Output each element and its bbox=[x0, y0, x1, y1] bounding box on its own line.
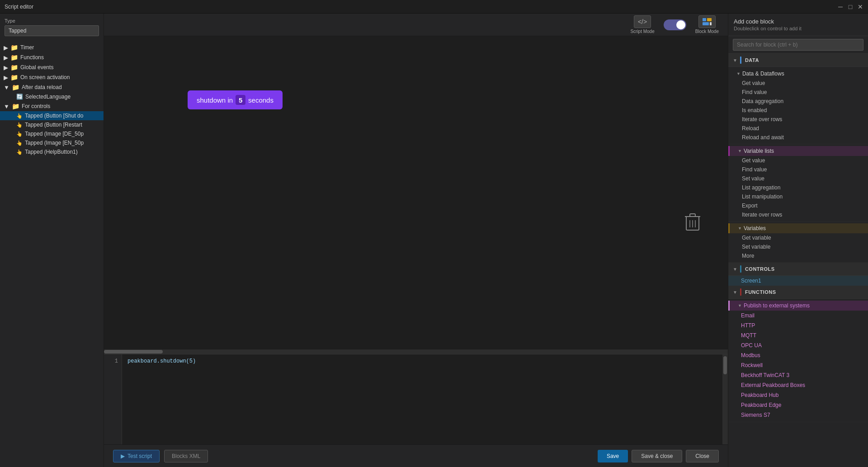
iterate-over-rows-item-vl[interactable]: Iterate over rows bbox=[728, 210, 868, 219]
reload-await-item[interactable]: Reload and await bbox=[728, 133, 868, 142]
close-button[interactable]: ✕ bbox=[857, 4, 863, 10]
type-section: Type bbox=[0, 18, 104, 41]
email-item[interactable]: Email bbox=[728, 311, 868, 321]
blocks-xml-button[interactable]: Blocks XML bbox=[164, 450, 208, 462]
tree-item-timer[interactable]: ▶ 📁 Timer bbox=[0, 42, 104, 52]
bottom-left-actions: ▶ Test script Blocks XML bbox=[113, 450, 208, 462]
rockwell-item[interactable]: Rockwell bbox=[728, 360, 868, 370]
after-data-label: After data reload bbox=[22, 84, 62, 90]
mode-toggle[interactable] bbox=[664, 19, 686, 30]
screen1-item[interactable]: Screen1 bbox=[728, 276, 868, 286]
get-value-item-data[interactable]: Get value bbox=[728, 79, 868, 88]
data-section-label: DATA bbox=[745, 57, 759, 63]
tree-item-after-data-reload[interactable]: ▼ 📁 After data reload bbox=[0, 82, 104, 92]
publish-external-label: Publish to external systems bbox=[744, 302, 810, 309]
modbus-item[interactable]: Modbus bbox=[728, 350, 868, 360]
reload-icon: 🔄 bbox=[16, 94, 23, 100]
data-dataflows-header[interactable]: ▼ Data & Dataflows bbox=[728, 69, 868, 79]
more-item[interactable]: More bbox=[728, 251, 868, 260]
tapped-help-label: Tapped (HelpButton1) bbox=[25, 149, 78, 155]
siemens-s7-item[interactable]: Siemens S7 bbox=[728, 410, 868, 420]
code-content[interactable]: peakboard.shutdown(5) bbox=[122, 354, 722, 444]
variable-lists-expand-icon: ▼ bbox=[738, 149, 742, 153]
maximize-button[interactable]: □ bbox=[847, 4, 854, 10]
controls-section-header[interactable]: ▼ CONTROLS bbox=[728, 263, 868, 276]
right-panel: Add code block Doubleclick on control to… bbox=[728, 14, 868, 467]
add-code-subtitle: Doubleclick on control to add it bbox=[734, 26, 863, 31]
data-section-header[interactable]: ▼ DATA bbox=[728, 54, 868, 67]
tree-item-for-controls[interactable]: ▼ 📁 For controls bbox=[0, 101, 104, 111]
list-manipulation-item[interactable]: List manipulation bbox=[728, 192, 868, 201]
tree-item-tapped-button-restart[interactable]: 👆 Tapped (Button [Restart bbox=[0, 120, 104, 129]
test-script-button[interactable]: ▶ Test script bbox=[113, 450, 160, 462]
tree-item-on-screen-activation[interactable]: ▶ 📁 On screen activation bbox=[0, 72, 104, 82]
scrollbar-v-thumb[interactable] bbox=[723, 356, 727, 374]
tapped-icon-5: 👆 bbox=[16, 149, 23, 155]
search-input[interactable] bbox=[733, 39, 863, 51]
find-value-item-vl[interactable]: Find value bbox=[728, 165, 868, 174]
tree-item-selected-language[interactable]: 🔄 SelectedLanguage bbox=[0, 92, 104, 101]
tree-item-tapped-button-shut[interactable]: 👆 Tapped (Button [Shut do bbox=[0, 111, 104, 120]
mqtt-item[interactable]: MQTT bbox=[728, 330, 868, 340]
search-block bbox=[728, 36, 868, 54]
save-close-button[interactable]: Save & close bbox=[632, 450, 682, 462]
set-variable-item[interactable]: Set variable bbox=[728, 242, 868, 251]
tapped-icon-2: 👆 bbox=[16, 122, 23, 128]
delete-block-button[interactable] bbox=[684, 212, 701, 232]
scrollbar-h-thumb[interactable] bbox=[104, 350, 163, 354]
block-mode-button[interactable]: Block Mode bbox=[695, 15, 719, 34]
external-peakboard-item[interactable]: External Peakboard Boxes bbox=[728, 380, 868, 390]
variable-lists-header[interactable]: ▼ Variable lists bbox=[728, 146, 868, 156]
data-dataflows-label: Data & Dataflows bbox=[742, 71, 784, 77]
folder-icon-screen: ▶ bbox=[4, 74, 8, 81]
type-input[interactable] bbox=[5, 25, 99, 36]
shutdown-block[interactable]: shutdown in 5 seconds bbox=[188, 90, 283, 109]
controls-accent-bar bbox=[740, 265, 741, 273]
functions-section-header[interactable]: ▼ FUNCTIONS bbox=[728, 286, 868, 299]
controls-expand-icon: ▼ bbox=[733, 267, 737, 272]
list-aggregation-item[interactable]: List aggregation bbox=[728, 183, 868, 192]
tree-item-tapped-help[interactable]: 👆 Tapped (HelpButton1) bbox=[0, 147, 104, 156]
export-item[interactable]: Export bbox=[728, 201, 868, 210]
horizontal-scrollbar[interactable] bbox=[104, 349, 728, 354]
tree-item-functions[interactable]: ▶ 📁 Functions bbox=[0, 52, 104, 62]
publish-external-header[interactable]: ▼ Publish to external systems bbox=[728, 301, 868, 311]
toggle-knob bbox=[676, 20, 685, 29]
data-aggregation-item[interactable]: Data aggregation bbox=[728, 97, 868, 106]
bottom-bar: ▶ Test script Blocks XML Save Save & clo… bbox=[104, 444, 728, 467]
tapped-button-restart-label: Tapped (Button [Restart bbox=[25, 122, 82, 128]
vertical-scrollbar[interactable] bbox=[722, 354, 728, 444]
script-mode-button[interactable]: </> Script Mode bbox=[630, 15, 654, 34]
get-variable-item[interactable]: Get variable bbox=[728, 233, 868, 242]
folder-icon-functions: ▶ bbox=[4, 54, 8, 61]
tree-item-global-events[interactable]: ▶ 📁 Global events bbox=[0, 62, 104, 72]
http-item[interactable]: HTTP bbox=[728, 321, 868, 330]
iterate-over-rows-item-data[interactable]: Iterate over rows bbox=[728, 115, 868, 124]
close-label: Close bbox=[695, 453, 709, 459]
blocks-xml-label: Blocks XML bbox=[172, 453, 200, 459]
minimize-button[interactable]: ─ bbox=[837, 4, 844, 10]
variables-header[interactable]: ▼ Variables bbox=[728, 223, 868, 233]
beckhoff-item[interactable]: Beckhoff TwinCAT 3 bbox=[728, 370, 868, 380]
line-number-1: 1 bbox=[104, 358, 118, 364]
get-value-item-vl[interactable]: Get value bbox=[728, 156, 868, 165]
left-panel: Type ▶ 📁 Timer ▶ 📁 Functions ▶ 📁 Global … bbox=[0, 14, 104, 467]
functions-accent-bar bbox=[740, 288, 741, 296]
find-value-item-data[interactable]: Find value bbox=[728, 88, 868, 97]
svg-rect-2 bbox=[703, 22, 709, 25]
dataflows-expand-icon: ▼ bbox=[736, 71, 741, 76]
title-bar: Script editor ─ □ ✕ bbox=[0, 0, 868, 14]
opc-ua-item[interactable]: OPC UA bbox=[728, 340, 868, 350]
peakboard-hub-item[interactable]: Peakboard Hub bbox=[728, 390, 868, 400]
close-dialog-button[interactable]: Close bbox=[686, 450, 719, 462]
set-value-item-vl[interactable]: Set value bbox=[728, 174, 868, 183]
tree-item-tapped-image-en[interactable]: 👆 Tapped (Image [EN_50p bbox=[0, 138, 104, 147]
peakboard-edge-item[interactable]: Peakboard Edge bbox=[728, 400, 868, 410]
tree-item-tapped-image-de[interactable]: 👆 Tapped (Image [DE_50p bbox=[0, 129, 104, 138]
is-enabled-item[interactable]: Is enabled bbox=[728, 106, 868, 115]
reload-item[interactable]: Reload bbox=[728, 124, 868, 133]
timer-label: Timer bbox=[20, 44, 34, 51]
save-button[interactable]: Save bbox=[598, 450, 628, 462]
variables-label: Variables bbox=[744, 225, 766, 231]
data-accent-bar bbox=[740, 57, 741, 64]
